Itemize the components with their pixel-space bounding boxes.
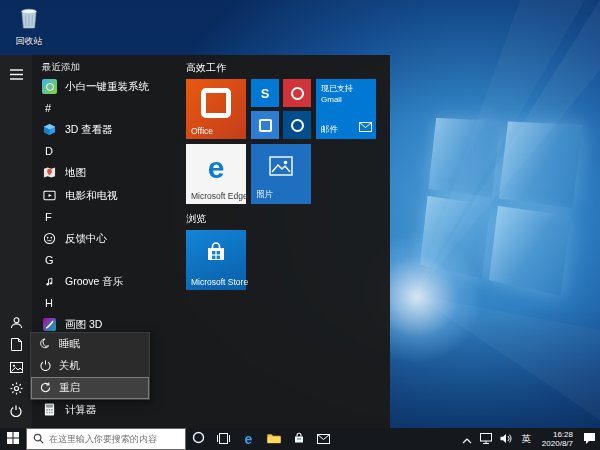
taskbar-store-button[interactable] bbox=[286, 428, 311, 450]
taskbar: e bbox=[0, 428, 600, 450]
letter-header-g[interactable]: G bbox=[42, 250, 170, 270]
app-item-label: 计算器 bbox=[65, 403, 97, 417]
mail-icon bbox=[359, 118, 372, 136]
start-menu-rail bbox=[0, 55, 32, 428]
app-item-3d-viewer[interactable]: 3D 查看器 bbox=[42, 118, 170, 141]
calculator-icon bbox=[42, 402, 57, 417]
file-explorer-button[interactable] bbox=[261, 428, 286, 450]
power-option-label: 重启 bbox=[59, 381, 80, 395]
restart-icon bbox=[40, 382, 51, 395]
menu-expand-button[interactable] bbox=[0, 65, 32, 85]
mail-icon bbox=[317, 430, 330, 448]
windows-logo-icon bbox=[7, 430, 19, 448]
taskbar-mail-button[interactable] bbox=[311, 428, 336, 450]
task-view-icon bbox=[217, 430, 230, 448]
app-item-label: 小白一键重装系统 bbox=[65, 80, 149, 94]
darkblue-app-icon bbox=[291, 119, 304, 132]
task-view-button[interactable] bbox=[211, 428, 236, 450]
gear-icon bbox=[10, 381, 23, 399]
app-item-label: 3D 查看器 bbox=[65, 123, 113, 137]
app-item-groove-music[interactable]: Groove 音乐 bbox=[42, 270, 170, 293]
logo-pane bbox=[428, 118, 500, 197]
tray-date: 2020/8/7 bbox=[542, 439, 573, 448]
app-item-maps[interactable]: 地图 bbox=[42, 161, 170, 184]
letter-header-h[interactable]: H bbox=[42, 293, 170, 313]
letter-header-d[interactable]: D bbox=[42, 141, 170, 161]
edge-icon: e bbox=[245, 432, 253, 446]
recycle-bin-icon bbox=[19, 6, 39, 30]
hamburger-icon bbox=[10, 66, 23, 84]
letter-label: # bbox=[45, 102, 51, 114]
cortana-icon bbox=[192, 430, 205, 448]
tray-clock[interactable]: 16:28 2020/8/7 bbox=[536, 430, 579, 448]
search-input[interactable] bbox=[49, 434, 179, 444]
small-tile-red[interactable] bbox=[283, 79, 311, 107]
power-option-label: 睡眠 bbox=[59, 337, 80, 351]
skype-icon: S bbox=[261, 86, 270, 101]
small-tile-darkblue[interactable] bbox=[283, 111, 311, 139]
recycle-bin[interactable]: 回收站 bbox=[6, 6, 52, 48]
power-flyout: 睡眠 关机 重启 bbox=[30, 332, 150, 400]
small-tile-grid: S bbox=[251, 79, 311, 139]
start-button[interactable] bbox=[0, 428, 26, 450]
office-icon bbox=[201, 88, 231, 118]
mail-promo-text: 现已支持 Gmail bbox=[321, 84, 372, 106]
power-button[interactable] bbox=[0, 402, 32, 422]
documents-button[interactable] bbox=[0, 336, 32, 356]
tile-photos[interactable]: 照片 bbox=[251, 144, 311, 204]
app-item-xiaobai[interactable]: 小白一键重装系统 bbox=[42, 75, 170, 98]
taskbar-search-box[interactable] bbox=[26, 428, 186, 450]
app-item-label: 反馈中心 bbox=[65, 232, 107, 246]
paint-3d-icon bbox=[42, 317, 57, 332]
tile-office[interactable]: Office bbox=[186, 79, 246, 139]
tray-volume-button[interactable] bbox=[496, 428, 516, 450]
start-tiles-panel: 高效工作 Office S bbox=[170, 55, 390, 428]
user-account-button[interactable] bbox=[0, 314, 32, 334]
settings-button[interactable] bbox=[0, 380, 32, 400]
logo-pane bbox=[489, 205, 572, 296]
store-bag-icon bbox=[205, 241, 227, 267]
windows-desktop: 回收站 bbox=[0, 0, 600, 450]
search-icon bbox=[33, 430, 44, 448]
power-icon bbox=[10, 403, 22, 421]
app-item-movies-tv[interactable]: 电影和电视 bbox=[42, 184, 170, 207]
power-option-shutdown[interactable]: 关机 bbox=[31, 355, 149, 377]
tray-ime-indicator[interactable]: 英 bbox=[516, 433, 536, 446]
feedback-hub-icon bbox=[42, 231, 57, 246]
taskbar-edge-button[interactable]: e bbox=[236, 428, 261, 450]
app-item-label: Groove 音乐 bbox=[65, 275, 123, 289]
cortana-button[interactable] bbox=[186, 428, 211, 450]
small-tile-blue[interactable] bbox=[251, 111, 279, 139]
tile-mail[interactable]: 现已支持 Gmail 邮件 bbox=[316, 79, 376, 139]
tile-group-productivity: 高效工作 bbox=[186, 61, 390, 75]
photos-icon bbox=[269, 156, 293, 180]
chevron-up-icon bbox=[462, 430, 472, 448]
tray-time: 16:28 bbox=[542, 430, 573, 439]
power-option-sleep[interactable]: 睡眠 bbox=[31, 333, 149, 355]
speaker-icon bbox=[500, 430, 512, 448]
tile-group-explore: 浏览 bbox=[186, 212, 390, 226]
letter-label: G bbox=[45, 254, 54, 266]
xiaobai-app-icon bbox=[42, 79, 57, 94]
app-item-calculator[interactable]: 计算器 bbox=[42, 398, 170, 421]
user-icon bbox=[10, 315, 23, 333]
tile-label: 照片 bbox=[256, 189, 273, 201]
letter-header-hash[interactable]: # bbox=[42, 98, 170, 118]
tile-label: 邮件 bbox=[321, 124, 338, 136]
document-icon bbox=[11, 337, 22, 355]
tray-network-button[interactable] bbox=[476, 428, 496, 450]
tile-skype[interactable]: S bbox=[251, 79, 279, 107]
pictures-button[interactable] bbox=[0, 358, 32, 378]
letter-label: D bbox=[45, 145, 53, 157]
system-tray: 英 16:28 2020/8/7 bbox=[458, 428, 600, 450]
app-item-feedback-hub[interactable]: 反馈中心 bbox=[42, 227, 170, 250]
letter-label: F bbox=[45, 211, 52, 223]
tile-microsoft-store[interactable]: Microsoft Store bbox=[186, 230, 246, 290]
shutdown-power-icon bbox=[40, 360, 51, 373]
notification-center-button[interactable] bbox=[579, 428, 600, 450]
tray-show-hidden-button[interactable] bbox=[458, 428, 476, 450]
power-option-restart[interactable]: 重启 bbox=[31, 377, 149, 399]
letter-header-f[interactable]: F bbox=[42, 207, 170, 227]
notification-icon bbox=[583, 430, 596, 448]
tile-edge[interactable]: e Microsoft Edge bbox=[186, 144, 246, 204]
